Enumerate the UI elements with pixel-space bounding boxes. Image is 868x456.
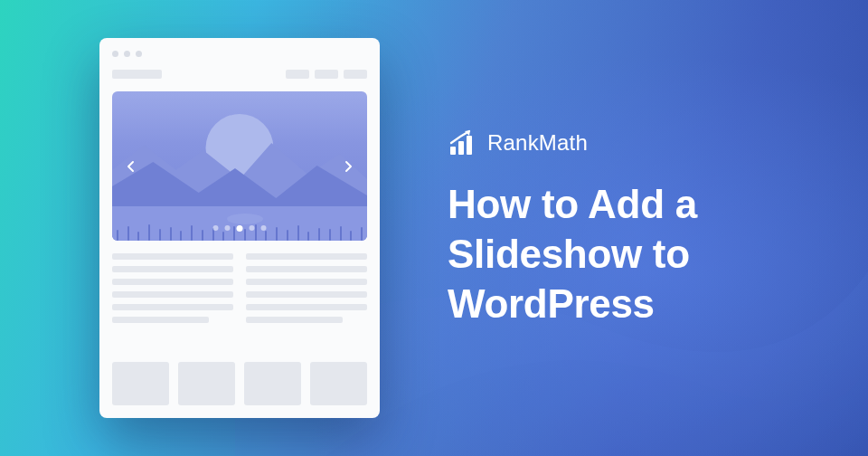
- mock-logo-placeholder: [112, 70, 162, 79]
- text-placeholder: [112, 317, 209, 323]
- text-placeholder: [246, 279, 367, 285]
- dot-active[interactable]: [237, 225, 243, 232]
- rankmath-logo-icon: [448, 128, 476, 157]
- browser-mockup: [99, 38, 380, 418]
- thumbnail-placeholder: [244, 362, 301, 405]
- thumbnail-placeholder: [112, 362, 169, 405]
- text-placeholder: [112, 304, 233, 310]
- slideshow-dots: [213, 225, 267, 232]
- text-placeholder: [246, 291, 367, 298]
- svg-rect-0: [450, 147, 456, 155]
- dot[interactable]: [261, 225, 267, 231]
- brand-row: RankMath: [448, 128, 814, 157]
- text-placeholder: [112, 266, 233, 272]
- mock-menu: [286, 70, 367, 79]
- text-placeholder: [246, 304, 367, 310]
- brand-name: RankMath: [487, 130, 588, 156]
- text-placeholder: [246, 317, 343, 323]
- slideshow-illustration: [112, 91, 367, 241]
- mock-menu-item: [344, 70, 367, 79]
- next-arrow-icon[interactable]: [342, 160, 354, 173]
- mock-column: [112, 253, 233, 323]
- page-title: How to Add a Slideshow to WordPress: [448, 179, 814, 328]
- prev-arrow-icon[interactable]: [125, 160, 137, 173]
- dot[interactable]: [250, 225, 255, 231]
- mock-nav: [112, 70, 367, 79]
- window-controls: [112, 51, 367, 57]
- svg-rect-2: [467, 136, 472, 155]
- mock-menu-item: [315, 70, 338, 79]
- mock-thumbnails: [112, 362, 367, 405]
- svg-rect-1: [458, 141, 464, 155]
- main-container: RankMath How to Add a Slideshow to WordP…: [0, 0, 868, 456]
- thumbnail-placeholder: [310, 362, 367, 405]
- thumbnail-placeholder: [178, 362, 235, 405]
- window-dot: [136, 51, 142, 57]
- text-placeholder: [112, 253, 233, 260]
- text-placeholder: [112, 291, 233, 298]
- text-content: RankMath How to Add a Slideshow to WordP…: [448, 128, 814, 328]
- mock-column: [246, 253, 367, 323]
- text-placeholder: [112, 279, 233, 285]
- mock-text-columns: [112, 253, 367, 323]
- text-placeholder: [246, 266, 367, 272]
- window-dot: [124, 51, 130, 57]
- dot[interactable]: [225, 225, 231, 231]
- window-dot: [112, 51, 118, 57]
- text-placeholder: [246, 253, 367, 260]
- dot[interactable]: [213, 225, 219, 231]
- mock-menu-item: [286, 70, 309, 79]
